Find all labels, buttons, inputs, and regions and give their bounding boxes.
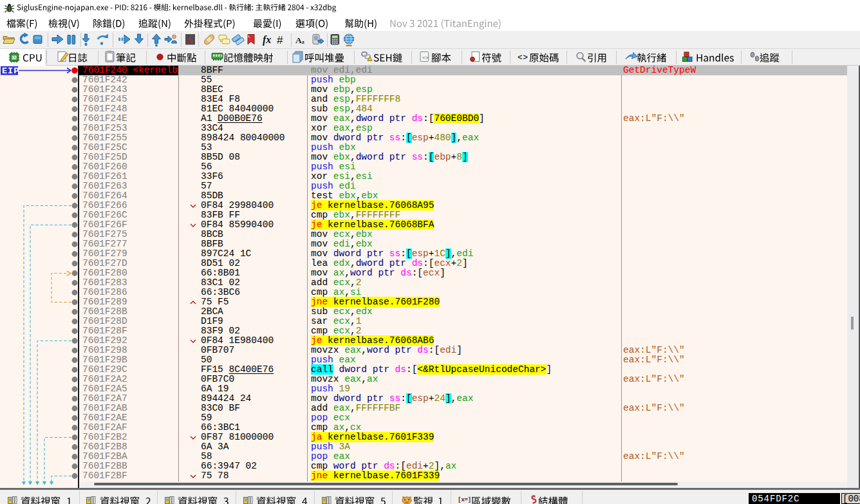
svg-text:fx: fx (263, 34, 271, 46)
svg-text:z: z (302, 39, 304, 45)
svg-text:<>: <> (518, 53, 528, 62)
svg-text:32: 32 (12, 55, 17, 60)
svg-text:EIP: EIP (2, 66, 19, 76)
svg-text:#: # (277, 34, 283, 46)
svg-text:S: S (188, 35, 193, 45)
svg-text:A: A (295, 35, 302, 45)
svg-text:<>: <> (422, 55, 429, 61)
